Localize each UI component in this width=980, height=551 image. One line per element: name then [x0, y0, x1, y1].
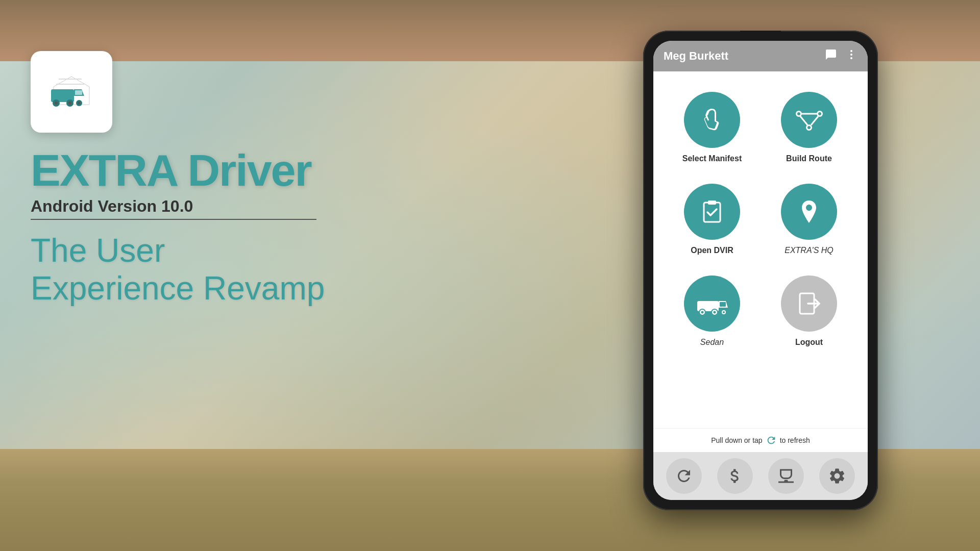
extras-hq-btn[interactable] [781, 184, 837, 240]
settings-nav-icon [828, 467, 846, 485]
phone-header: Meg Burkett [653, 41, 868, 71]
location-pin-icon [794, 196, 824, 227]
logout-label: Logout [795, 338, 823, 347]
svg-line-19 [811, 116, 818, 125]
svg-point-20 [797, 112, 800, 115]
svg-point-29 [701, 311, 704, 314]
app-version: Android Version 10.0 [31, 197, 439, 216]
sedan-btn[interactable] [684, 276, 740, 332]
settings-nav-btn[interactable] [819, 458, 855, 494]
svg-point-6 [55, 102, 58, 105]
user-name-label: Meg Burkett [664, 49, 728, 63]
app-tagline: The UserExperience Revamp [31, 232, 439, 307]
svg-rect-27 [720, 302, 726, 307]
select-manifest-label: Select Manifest [682, 154, 742, 163]
open-dvir-btn[interactable] [684, 184, 740, 240]
title-divider [31, 219, 316, 220]
phone-mockup: Meg Burkett [643, 31, 878, 510]
svg-point-10 [78, 102, 81, 105]
build-route-btn[interactable] [781, 92, 837, 148]
left-content: EXTRA Driver Android Version 10.0 The Us… [31, 51, 439, 307]
svg-line-18 [800, 116, 807, 125]
touch-icon [697, 105, 727, 135]
logout-icon [794, 288, 824, 319]
extras-hq-item[interactable]: EXTRA'S HQ [761, 173, 857, 265]
svg-point-31 [714, 311, 716, 314]
sync-nav-btn[interactable] [666, 458, 702, 494]
sedan-item[interactable]: Sedan [664, 265, 761, 357]
chat-icon[interactable] [825, 48, 837, 64]
sedan-label: Sedan [700, 338, 724, 347]
phone-notch [740, 31, 781, 41]
svg-point-12 [850, 54, 852, 56]
svg-point-8 [68, 102, 71, 105]
logout-btn[interactable] [781, 276, 837, 332]
phone-body: Meg Burkett [643, 31, 878, 510]
more-vert-icon[interactable] [845, 48, 857, 64]
header-icons [825, 48, 857, 64]
refresh-bar: Pull down or tap to refresh [653, 428, 868, 452]
svg-point-13 [850, 57, 852, 59]
sync-nav-icon [675, 467, 693, 485]
app-icon [31, 51, 112, 133]
svg-rect-23 [704, 203, 720, 222]
svg-point-33 [723, 311, 725, 313]
dollar-nav-btn[interactable] [717, 458, 753, 494]
select-manifest-btn[interactable] [684, 92, 740, 148]
phone-screen: Meg Burkett [653, 41, 868, 500]
delivery-truck-icon [694, 288, 730, 319]
route-icon [793, 106, 826, 134]
refresh-icon[interactable] [766, 435, 777, 446]
app-grid: Select Manifest [653, 71, 868, 428]
svg-point-21 [818, 112, 821, 115]
clipboard-check-icon [697, 196, 727, 227]
open-dvir-item[interactable]: Open DVIR [664, 173, 761, 265]
logout-item[interactable]: Logout [761, 265, 857, 357]
build-route-label: Build Route [786, 154, 832, 163]
svg-rect-4 [75, 90, 82, 95]
coffee-nav-btn[interactable] [768, 458, 804, 494]
build-route-item[interactable]: Build Route [761, 82, 857, 173]
open-dvir-label: Open DVIR [691, 246, 733, 255]
truck-app-icon [43, 71, 100, 112]
app-title: EXTRA Driver [31, 148, 439, 193]
svg-point-11 [850, 50, 852, 52]
select-manifest-item[interactable]: Select Manifest [664, 82, 761, 173]
svg-rect-24 [708, 201, 716, 205]
svg-point-22 [807, 126, 811, 129]
coffee-nav-icon [777, 467, 795, 485]
refresh-text-before: Pull down or tap [711, 436, 762, 444]
extras-hq-label: EXTRA'S HQ [785, 246, 834, 255]
bottom-nav [653, 452, 868, 500]
refresh-text-after: to refresh [780, 436, 810, 444]
dollar-nav-icon [726, 467, 744, 485]
